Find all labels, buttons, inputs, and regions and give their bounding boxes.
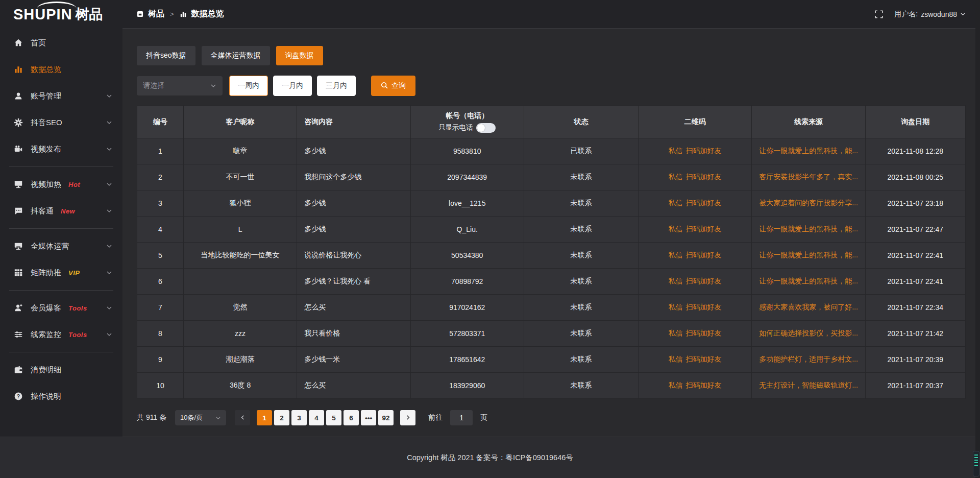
logo-text-en: SHUPIN xyxy=(13,7,72,22)
prev-page-button[interactable] xyxy=(235,410,250,425)
cell-qrcode: 私信扫码加好友 xyxy=(638,217,751,243)
user-icon xyxy=(13,91,23,101)
badge-tools: Tools xyxy=(68,331,87,339)
sidebar-item-help-guide[interactable]: ?操作说明 xyxy=(0,383,122,410)
cell-id: 2 xyxy=(137,164,184,190)
cell-date: 2021-11-07 22:41 xyxy=(865,243,965,269)
private-message-link[interactable]: 私信 xyxy=(669,355,683,363)
source-link[interactable]: 让你一眼就爱上的黑科技，能... xyxy=(759,251,858,259)
private-message-link[interactable]: 私信 xyxy=(669,225,683,233)
status-badge: 未联系 xyxy=(524,217,638,243)
private-message-link[interactable]: 私信 xyxy=(669,199,683,207)
sidebar-item-home[interactable]: 首页 xyxy=(0,30,122,56)
private-message-link[interactable]: 私信 xyxy=(669,251,683,259)
next-page-button[interactable] xyxy=(400,410,415,425)
page-ellipsis[interactable]: ••• xyxy=(361,410,376,425)
page-button-6[interactable]: 6 xyxy=(344,410,359,425)
video-icon xyxy=(13,145,23,154)
sidebar-divider xyxy=(9,166,113,167)
private-message-link[interactable]: 私信 xyxy=(669,147,683,155)
scan-add-friend-link[interactable]: 扫码加好友 xyxy=(686,303,722,311)
sidebar-item-label: 数据总览 xyxy=(31,65,61,75)
scan-add-friend-link[interactable]: 扫码加好友 xyxy=(686,355,722,363)
tab-inquiry-data[interactable]: 询盘数据 xyxy=(276,46,323,65)
page-button-1[interactable]: 1 xyxy=(257,410,272,425)
page-button-2[interactable]: 2 xyxy=(274,410,289,425)
sidebar-item-media-operation[interactable]: 全媒体运营 xyxy=(0,233,122,259)
page-size-select[interactable]: 10条/页 xyxy=(175,410,226,425)
range-button-one-week[interactable]: 一周内 xyxy=(229,76,268,96)
scan-add-friend-link[interactable]: 扫码加好友 xyxy=(686,329,722,337)
tabs-row: 抖音seo数据全媒体运营数据询盘数据 xyxy=(137,46,966,65)
fullscreen-icon[interactable] xyxy=(875,10,883,18)
source-link[interactable]: 感谢大家喜欢我家，被问了好... xyxy=(759,303,858,311)
table-header-row: 编号 客户昵称 咨询内容 帐号（电话） 只显示电话 状态 二维码 线索来源 xyxy=(137,106,966,138)
goto-page-input[interactable] xyxy=(450,410,473,425)
scan-add-friend-link[interactable]: 扫码加好友 xyxy=(686,381,722,389)
source-link[interactable]: 无主灯设计，智能磁吸轨道灯... xyxy=(759,381,858,389)
cell-id: 9 xyxy=(137,347,184,373)
private-message-link[interactable]: 私信 xyxy=(669,277,683,285)
tab-douyin-seo-data[interactable]: 抖音seo数据 xyxy=(137,46,195,65)
source-link[interactable]: 客厅安装投影半年多了，真实... xyxy=(759,173,858,181)
cell-date: 2021-11-07 23:18 xyxy=(865,190,965,217)
page-button-5[interactable]: 5 xyxy=(326,410,341,425)
range-button-one-month[interactable]: 一月内 xyxy=(273,76,312,96)
table-row: 1啵章多少钱9583810已联系私信扫码加好友让你一眼就爱上的黑科技，能...2… xyxy=(137,138,966,164)
sidebar-item-account-management[interactable]: 账号管理 xyxy=(0,83,122,109)
sidebar-item-clue-monitor[interactable]: 线索监控Tools xyxy=(0,321,122,348)
range-button-group: 一周内一月内三月内 xyxy=(229,76,361,96)
sidebar-item-video-heat[interactable]: 视频加热Hot xyxy=(0,171,122,198)
scrollbar-track[interactable] xyxy=(975,0,980,478)
username-dropdown[interactable]: 用户名: zswodun88 xyxy=(894,10,966,19)
cell-nickname: zzz xyxy=(183,321,297,347)
cell-source: 让你一眼就爱上的黑科技，能... xyxy=(752,269,865,295)
sidebar-item-data-overview[interactable]: 数据总览 xyxy=(0,56,122,83)
scan-add-friend-link[interactable]: 扫码加好友 xyxy=(686,173,722,181)
page-button-92[interactable]: 92 xyxy=(378,410,394,425)
page-button-4[interactable]: 4 xyxy=(309,410,324,425)
account-select[interactable]: 请选择 xyxy=(137,76,223,95)
member-icon xyxy=(13,303,23,313)
source-link[interactable]: 让你一眼就爱上的黑科技，能... xyxy=(759,225,858,233)
source-link[interactable]: 被大家追着问的客厅投影分享... xyxy=(759,199,858,207)
table-row: 4L多少钱Q_Liu.未联系私信扫码加好友让你一眼就爱上的黑科技，能...202… xyxy=(137,217,966,243)
private-message-link[interactable]: 私信 xyxy=(669,173,683,181)
sidebar-item-video-publish[interactable]: 视频发布 xyxy=(0,136,122,162)
sidebar-item-douyin-seo[interactable]: 抖音SEO xyxy=(0,109,122,136)
cell-source: 感谢大家喜欢我家，被问了好... xyxy=(752,295,865,321)
page-button-3[interactable]: 3 xyxy=(291,410,307,425)
private-message-link[interactable]: 私信 xyxy=(669,329,683,337)
cell-content: 我想问这个多少钱 xyxy=(297,164,410,190)
private-message-link[interactable]: 私信 xyxy=(669,381,683,389)
phone-only-toggle[interactable] xyxy=(476,123,496,133)
chevron-down-icon xyxy=(106,270,112,276)
status-badge: 未联系 xyxy=(524,321,638,347)
scan-add-friend-link[interactable]: 扫码加好友 xyxy=(686,251,722,259)
sidebar-item-label: 抖音SEO xyxy=(31,118,62,128)
private-message-link[interactable]: 私信 xyxy=(669,303,683,311)
scan-add-friend-link[interactable]: 扫码加好友 xyxy=(686,225,722,233)
sidebar-item-label: 首页 xyxy=(31,38,46,48)
scan-add-friend-link[interactable]: 扫码加好友 xyxy=(686,147,722,155)
badge-new: New xyxy=(61,207,75,215)
sidebar-item-expense-detail[interactable]: 消费明细 xyxy=(0,356,122,383)
cell-source: 让你一眼就爱上的黑科技，能... xyxy=(752,243,865,269)
scan-add-friend-link[interactable]: 扫码加好友 xyxy=(686,277,722,285)
cell-content: 怎么买 xyxy=(297,373,410,399)
breadcrumb-home[interactable]: 树品 xyxy=(148,9,164,19)
search-button[interactable]: 查询 xyxy=(371,76,415,96)
sidebar-item-doukoutong[interactable]: 抖客通New xyxy=(0,198,122,224)
source-link[interactable]: 让你一眼就爱上的黑科技，能... xyxy=(759,277,858,285)
range-button-three-months[interactable]: 三月内 xyxy=(317,76,356,96)
source-link[interactable]: 多功能护栏灯，适用于乡村文... xyxy=(759,355,858,363)
sidebar-item-matrix-boost[interactable]: 矩阵助推VIP xyxy=(0,259,122,286)
sidebar-item-member-baoke[interactable]: 会员爆客Tools xyxy=(0,295,122,321)
cell-content: 多少钱 xyxy=(297,217,410,243)
cell-nickname: 36度 8 xyxy=(183,373,297,399)
source-link[interactable]: 让你一眼就爱上的黑科技，能... xyxy=(759,147,858,155)
scan-add-friend-link[interactable]: 扫码加好友 xyxy=(686,199,722,207)
tab-media-operation-data[interactable]: 全媒体运营数据 xyxy=(202,46,270,65)
source-link[interactable]: 如何正确选择投影仪，买投影... xyxy=(759,329,858,337)
filter-row: 请选择 一周内一月内三月内 查询 xyxy=(137,76,966,96)
